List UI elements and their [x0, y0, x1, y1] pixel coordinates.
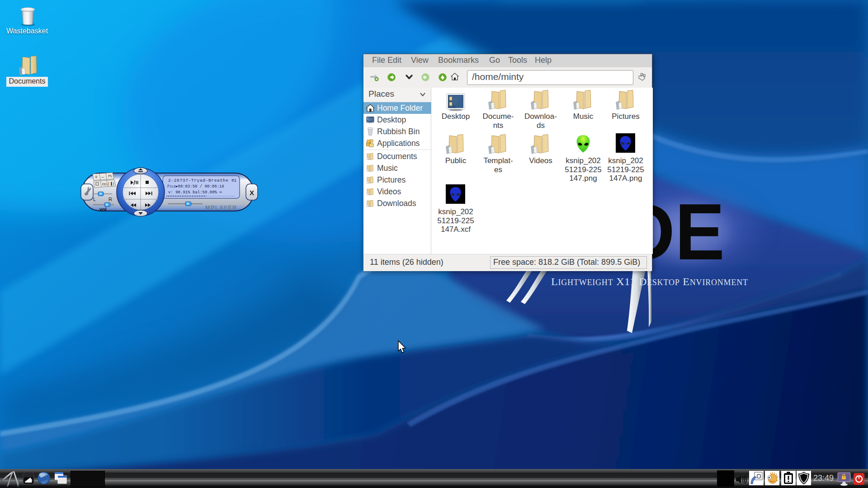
svg-text:R: R	[108, 197, 112, 202]
svg-text:S: S	[95, 175, 98, 179]
svg-text:▏▍▏: ▏▍▏	[108, 182, 116, 186]
svg-text:vol: vol	[99, 206, 107, 212]
svg-text:01: 01	[231, 178, 236, 183]
svg-text:...: ...	[101, 174, 104, 178]
svg-text:D▷: D▷	[102, 182, 108, 186]
svg-text:L: L	[93, 197, 96, 202]
svg-text:X: X	[250, 189, 254, 197]
svg-text:PL: PL	[108, 174, 113, 178]
svg-text:v: 90.91% bal:50.00% ∞: v: 90.91% bal:50.00% ∞	[168, 190, 222, 195]
svg-text:MPLAYER: MPLAYER	[205, 205, 237, 211]
svg-text:FILE▸00:03:50 / 00:06:16: FILE▸00:03:50 / 00:06:16	[167, 184, 224, 189]
svg-text:2-26737-Tryad-Breathe: 2-26737-Tryad-Breathe	[168, 178, 229, 183]
